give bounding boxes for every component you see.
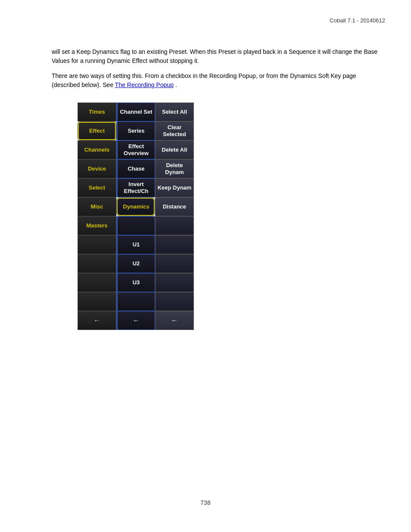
page-header: Cobalt 7.1 - 20140612 [330, 17, 385, 24]
masters-button[interactable]: Masters [78, 216, 116, 235]
right-empty-4 [155, 273, 194, 292]
panel-container: Times Effect Channels Device Select Misc… [78, 103, 385, 330]
channels-button[interactable]: Channels [78, 140, 116, 159]
right-back-button[interactable]: ← [155, 311, 194, 330]
right-column: Select All Clear Selected Delete All Del… [155, 103, 194, 330]
content-area: will set a Keep Dynamics flag to an exis… [52, 47, 385, 330]
paragraph1: will set a Keep Dynamics flag to an exis… [52, 47, 385, 65]
keep-dynam-button[interactable]: Keep Dynam [155, 178, 194, 197]
mid-empty-2 [116, 292, 155, 311]
channel-set-button[interactable]: Channel Set [116, 103, 155, 121]
paragraph2: There are two ways of setting this. From… [52, 72, 385, 90]
effect-overview-button[interactable]: Effect Overview [116, 140, 155, 159]
select-button[interactable]: Select [78, 178, 116, 197]
device-button[interactable]: Device [78, 159, 116, 178]
u2-button[interactable]: U2 [116, 254, 155, 273]
chase-button[interactable]: Chase [116, 159, 155, 178]
right-empty-1 [155, 216, 194, 235]
mid-back-button[interactable]: ← [116, 311, 155, 330]
mid-column: Channel Set Series Effect Overview Chase… [116, 103, 155, 330]
paragraph1-text: will set a Keep Dynamics flag to an exis… [52, 48, 377, 64]
paragraph2-text: There are two ways of setting this. From… [52, 72, 356, 88]
right-empty-5 [155, 292, 194, 311]
left-empty-1 [78, 235, 116, 254]
left-empty-4 [78, 292, 116, 311]
dynamics-button[interactable]: Dynamics [116, 197, 155, 216]
delete-dynam-button[interactable]: Delete Dynam [155, 159, 194, 178]
left-column: Times Effect Channels Device Select Misc… [78, 103, 116, 330]
page-number: 738 [200, 499, 210, 506]
paragraph2-end: . [175, 81, 177, 88]
left-empty-3 [78, 273, 116, 292]
invert-effect-ch-button[interactable]: Invert Effect/Ch [116, 178, 155, 197]
right-empty-3 [155, 254, 194, 273]
times-button[interactable]: Times [78, 103, 116, 121]
u1-button[interactable]: U1 [116, 235, 155, 254]
mid-empty-1 [116, 216, 155, 235]
recording-popup-link[interactable]: The Recording Popup [115, 81, 174, 88]
series-button[interactable]: Series [116, 121, 155, 140]
header-title: Cobalt 7.1 - 20140612 [330, 17, 385, 24]
effect-button[interactable]: Effect [78, 121, 116, 140]
u3-button[interactable]: U3 [116, 273, 155, 292]
distance-button[interactable]: Distance [155, 197, 194, 216]
left-empty-2 [78, 254, 116, 273]
right-empty-2 [155, 235, 194, 254]
select-all-button[interactable]: Select All [155, 103, 194, 121]
clear-selected-button[interactable]: Clear Selected [155, 121, 194, 140]
misc-button[interactable]: Misc [78, 197, 116, 216]
page-number-text: 738 [200, 499, 210, 506]
left-back-button[interactable]: ← [78, 311, 116, 330]
delete-all-button[interactable]: Delete All [155, 140, 194, 159]
